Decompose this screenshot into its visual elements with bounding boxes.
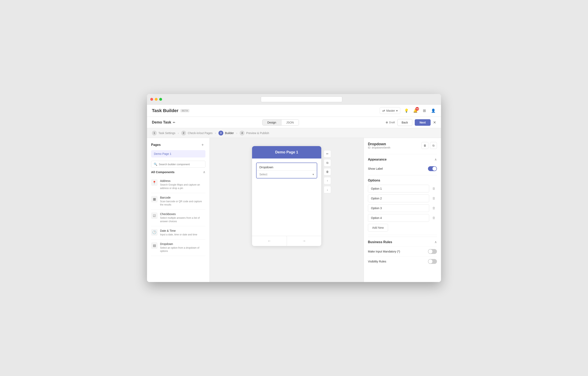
dropdown-icon: ▤ <box>151 242 158 249</box>
options-section: Options 🗑 🗑 🗑 🗑 Add New <box>368 175 437 235</box>
sub-header: Demo Task ✏ Design JSON Draft Back Next … <box>147 117 441 128</box>
prop-id: ID: dropdownv0emlh <box>368 146 390 149</box>
maximize-traffic-light[interactable] <box>159 98 162 101</box>
component-desc-address: Search Google Maps and capture an addres… <box>160 183 205 190</box>
bc-num-1: 1 <box>152 131 157 136</box>
user-icon[interactable]: 👤 <box>430 108 436 114</box>
add-new-option-button[interactable]: Add New <box>368 224 388 231</box>
bc-num-4: 4 <box>240 131 245 136</box>
search-input[interactable] <box>159 163 203 166</box>
option-input-3[interactable] <box>368 204 429 212</box>
bc-label-3: Builder <box>225 131 234 135</box>
select-placeholder: Select <box>259 173 267 176</box>
widget-move-up-button[interactable]: ↑ <box>324 177 331 184</box>
master-chevron-icon: ▾ <box>396 109 398 112</box>
grid-icon[interactable]: ⊞ <box>421 108 427 114</box>
option-input-1[interactable] <box>368 185 429 192</box>
master-label: Master <box>386 109 395 112</box>
url-bar[interactable] <box>261 96 342 102</box>
component-name-address: Address <box>160 179 205 183</box>
close-traffic-light[interactable] <box>150 98 153 101</box>
close-button[interactable]: ✕ <box>433 120 436 125</box>
appearance-title: Appearance <box>368 158 387 161</box>
lightbulb-icon[interactable]: 💡 <box>404 108 409 114</box>
component-desc-dropdown: Select an option from a dropdown of opti… <box>160 246 205 253</box>
add-page-button[interactable]: + <box>200 142 205 148</box>
select-chevron-icon: ▾ <box>312 173 314 176</box>
option-row-2: 🗑 <box>368 195 437 202</box>
mac-window: Task Builder BETA ⇄ Master ▾ 💡 🔔 780 ⊞ 👤… <box>147 94 441 282</box>
bc-arrow-2: › <box>215 131 216 135</box>
minimize-traffic-light[interactable] <box>155 98 158 101</box>
bc-label-4: Preview & Publish <box>246 131 269 135</box>
option-row-4: 🗑 <box>368 214 437 222</box>
visibility-knob <box>428 259 432 263</box>
dropdown-widget[interactable]: Dropdown Select ▾ <box>256 163 317 178</box>
draft-label: Draft <box>389 121 395 124</box>
show-label-toggle[interactable] <box>428 166 437 171</box>
option-delete-4[interactable]: 🗑 <box>431 215 437 221</box>
edit-task-name-icon[interactable]: ✏ <box>173 121 175 124</box>
show-label-row: Show Label <box>368 164 437 174</box>
component-name-checkboxes: Checkboxes <box>160 212 205 216</box>
mandatory-rule-row: Make Input Mandatory (*) <box>368 246 437 256</box>
phone-next-button[interactable]: → <box>287 236 321 246</box>
next-button[interactable]: Next <box>415 119 431 126</box>
option-delete-1[interactable]: 🗑 <box>431 186 437 192</box>
appearance-toggle-button[interactable]: ∧ <box>435 157 437 161</box>
json-tab[interactable]: JSON <box>281 120 299 125</box>
option-input-2[interactable] <box>368 195 429 202</box>
component-item-checkboxes[interactable]: ☑ Checkboxes Select multiple answers fro… <box>151 209 205 226</box>
visibility-rule-row: Visibility Rules <box>368 256 437 266</box>
header-right: ⇄ Master ▾ 💡 🔔 780 ⊞ 👤 <box>380 107 436 114</box>
page-item-demo[interactable]: Demo Page 1 <box>151 150 205 157</box>
option-input-4[interactable] <box>368 214 429 222</box>
mandatory-toggle[interactable] <box>428 249 437 254</box>
business-rules-toggle-button[interactable]: ∧ <box>435 240 437 244</box>
bc-step-4[interactable]: 4 Preview & Publish <box>240 131 269 136</box>
widget-edit-button[interactable]: ✏ <box>324 150 331 157</box>
bc-num-2: 2 <box>181 131 186 136</box>
tab-group: Design JSON <box>262 119 299 125</box>
option-delete-2[interactable]: 🗑 <box>431 195 437 201</box>
collapse-components-button[interactable]: ∧ <box>203 170 205 174</box>
widget-copy-button[interactable]: ⧉ <box>324 159 331 167</box>
address-icon: 📍 <box>151 179 158 186</box>
bc-step-3[interactable]: 3 Builder <box>218 131 234 136</box>
option-delete-3[interactable]: 🗑 <box>431 205 437 211</box>
bc-step-1[interactable]: 1 Task Settings <box>152 131 175 136</box>
component-info-barcode: Barcode Scan barcode or QR code and capt… <box>160 196 205 207</box>
component-info-checkboxes: Checkboxes Select multiple answers from … <box>160 212 205 223</box>
component-name-barcode: Barcode <box>160 196 205 199</box>
back-button[interactable]: Back <box>397 119 412 126</box>
widget-delete-button[interactable]: 🗑 <box>324 168 331 175</box>
prop-copy-button[interactable]: ⧉ <box>430 142 437 149</box>
properties-panel: Dropdown ID: dropdownv0emlh 🗑 ⧉ Appearan… <box>364 138 441 282</box>
component-item-datetime[interactable]: 🕐 Date & Time Input a date, time or date… <box>151 226 205 240</box>
notification-icon[interactable]: 🔔 780 <box>413 108 418 114</box>
task-name-text: Demo Task <box>152 120 171 125</box>
design-tab[interactable]: Design <box>262 120 281 125</box>
visibility-toggle[interactable] <box>428 259 437 264</box>
component-desc-checkboxes: Select multiple answers from a list of a… <box>160 216 205 223</box>
widget-move-down-button[interactable]: ↓ <box>324 186 331 193</box>
bc-step-2[interactable]: 2 Check-in/out Pages <box>181 131 213 136</box>
options-section-header: Options <box>368 175 437 185</box>
phone-back-button[interactable]: ← <box>252 236 287 246</box>
component-name-dropdown: Dropdown <box>160 242 205 246</box>
component-item-barcode[interactable]: ▦ Barcode Scan barcode or QR code and ca… <box>151 193 205 210</box>
components-list: 📍 Address Search Google Maps and capture… <box>147 176 210 282</box>
appearance-section-header: Appearance ∧ <box>368 154 437 164</box>
show-label-knob <box>432 167 437 171</box>
draft-indicator: Draft <box>386 121 395 124</box>
phone-header: Demo Page 1 <box>252 146 321 158</box>
component-item-dropdown[interactable]: ▤ Dropdown Select an option from a dropd… <box>151 240 205 256</box>
barcode-icon: ▦ <box>151 196 158 202</box>
component-desc-barcode: Scan barcode or QR code and capture the … <box>160 200 205 207</box>
master-dropdown[interactable]: ⇄ Master ▾ <box>380 107 400 114</box>
component-item-address[interactable]: 📍 Address Search Google Maps and capture… <box>151 176 205 193</box>
prop-delete-button[interactable]: 🗑 <box>421 142 428 149</box>
dropdown-select[interactable]: Select ▾ <box>257 170 317 178</box>
bc-arrow-3: › <box>236 131 237 135</box>
components-header: All Components ∧ <box>147 170 210 174</box>
